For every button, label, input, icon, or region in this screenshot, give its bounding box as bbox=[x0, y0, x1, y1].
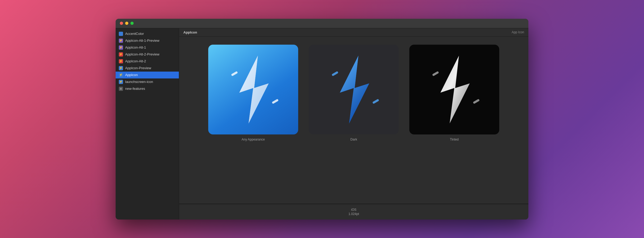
new-features-icon: ⊞ bbox=[119, 87, 123, 91]
sidebar-item-label: AppIcon-Alt-1 bbox=[125, 45, 146, 49]
icon-box-tinted[interactable] bbox=[409, 45, 499, 134]
titlebar bbox=[116, 19, 528, 28]
accent-color-icon bbox=[119, 32, 123, 36]
sidebar-item-label: AppIcon bbox=[125, 73, 138, 77]
close-button[interactable] bbox=[120, 22, 123, 25]
appicon-icon: ⚡ bbox=[119, 73, 123, 77]
lightning-bolt-any bbox=[221, 53, 285, 127]
icon-box-any-appearance[interactable] bbox=[208, 45, 298, 134]
icon-slot-any-appearance: Any Appearance bbox=[208, 45, 298, 141]
svg-rect-9 bbox=[432, 71, 439, 76]
lightning-bolt-dark bbox=[322, 53, 386, 127]
lightning-bolt-tinted bbox=[423, 53, 486, 127]
window-body: AccentColor ⚡ AppIcon-Alt-1-Preview ⚡ Ap… bbox=[116, 28, 528, 220]
bottom-bar: iOS 1.024pt bbox=[179, 204, 528, 220]
svg-rect-6 bbox=[332, 71, 338, 76]
launchscreen-icon-icon: ⚡ bbox=[119, 80, 123, 84]
svg-marker-5 bbox=[340, 55, 369, 123]
appicon-alt-2-icon: ⚡ bbox=[119, 59, 123, 63]
appicon-alt-1-icon: ⚡ bbox=[119, 45, 123, 50]
icon-slot-tinted: Tinted bbox=[409, 45, 499, 141]
sidebar-item-label: new-features bbox=[125, 87, 145, 91]
svg-rect-2 bbox=[231, 71, 238, 76]
icon-label-tinted: Tinted bbox=[450, 138, 459, 141]
appicon-alt-2-preview-icon: ⚡ bbox=[119, 52, 123, 57]
content-title: AppIcon bbox=[183, 30, 197, 34]
sidebar-item-appicon-alt-1[interactable]: ⚡ AppIcon-Alt-1 bbox=[116, 44, 179, 51]
icon-area: Any Appearance bbox=[179, 37, 528, 204]
sidebar-item-accent-color[interactable]: AccentColor bbox=[116, 30, 179, 37]
sidebar-item-label: AppIcon-Preview bbox=[125, 66, 151, 70]
sidebar-item-appicon-preview[interactable]: ⚡ AppIcon-Preview bbox=[116, 65, 179, 72]
sidebar-item-label: AppIcon-Alt-2-Preview bbox=[125, 52, 159, 56]
top-right-label: App Icon bbox=[512, 30, 524, 34]
sidebar-item-appicon[interactable]: ⚡ AppIcon bbox=[116, 72, 179, 78]
bottom-size: 1.024pt bbox=[348, 212, 359, 216]
icons-row: Any Appearance bbox=[190, 45, 518, 196]
svg-marker-8 bbox=[441, 55, 470, 123]
svg-rect-7 bbox=[372, 99, 379, 104]
svg-rect-10 bbox=[473, 99, 480, 104]
maximize-button[interactable] bbox=[130, 22, 134, 25]
sidebar-item-label: AppIcon-Alt-2 bbox=[125, 59, 146, 63]
icon-label-dark: Dark bbox=[350, 138, 357, 141]
icon-label-any-appearance: Any Appearance bbox=[242, 138, 265, 141]
sidebar-item-label: launchscreen-icon bbox=[125, 80, 153, 84]
minimize-button[interactable] bbox=[125, 22, 128, 25]
sidebar-item-new-features[interactable]: ⊞ new-features bbox=[116, 85, 179, 92]
sidebar-item-label: AppIcon-Alt-1-Preview bbox=[125, 39, 159, 43]
svg-rect-3 bbox=[272, 99, 279, 104]
sidebar-item-appicon-alt-1-preview[interactable]: ⚡ AppIcon-Alt-1-Preview bbox=[116, 37, 179, 44]
traffic-lights bbox=[120, 22, 134, 25]
bottom-platform: iOS bbox=[351, 208, 356, 212]
sidebar-item-label: AccentColor bbox=[125, 32, 144, 36]
sidebar: AccentColor ⚡ AppIcon-Alt-1-Preview ⚡ Ap… bbox=[116, 28, 179, 220]
sidebar-item-launchscreen-icon[interactable]: ⚡ launchscreen-icon bbox=[116, 78, 179, 85]
sidebar-item-appicon-alt-2[interactable]: ⚡ AppIcon-Alt-2 bbox=[116, 58, 179, 65]
icon-slot-dark: Dark bbox=[309, 45, 399, 141]
main-content: AppIcon App Icon bbox=[179, 28, 528, 220]
content-header: AppIcon App Icon bbox=[179, 28, 528, 37]
main-window: AccentColor ⚡ AppIcon-Alt-1-Preview ⚡ Ap… bbox=[116, 19, 528, 220]
appicon-alt-1-preview-icon: ⚡ bbox=[119, 39, 123, 43]
sidebar-item-appicon-alt-2-preview[interactable]: ⚡ AppIcon-Alt-2-Preview bbox=[116, 51, 179, 58]
icon-box-dark[interactable] bbox=[309, 45, 399, 134]
appicon-preview-icon: ⚡ bbox=[119, 66, 123, 70]
svg-marker-1 bbox=[239, 55, 269, 123]
